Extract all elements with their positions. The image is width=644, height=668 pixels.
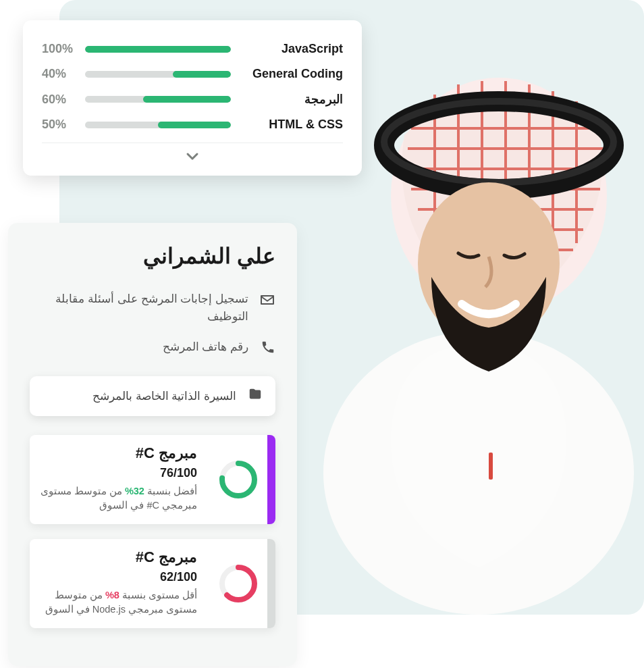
score-accent-stripe <box>267 435 275 524</box>
score-title: مبرمج C# <box>30 444 197 462</box>
candidate-resume-label: السيرة الذاتية الخاصة بالمرشح <box>92 389 236 403</box>
expand-skills-button[interactable] <box>181 147 204 166</box>
skill-row: 60% البرمجة <box>42 86 343 112</box>
score-value: 62/100 <box>30 570 197 584</box>
skill-percent: 100% <box>42 42 73 56</box>
score-ring <box>209 539 267 628</box>
assessment-score-card[interactable]: مبرمج C# 62/100 أقل مستوى بنسبة 8% من مت… <box>30 539 275 628</box>
score-ring <box>209 435 267 524</box>
skill-row: 50% HTML & CSS <box>42 112 343 137</box>
score-comparison-note: أقل مستوى بنسبة 8% من متوسط مستوى مبرمجي… <box>30 588 197 618</box>
chevron-down-icon <box>184 149 200 165</box>
skill-row: 100% JavaScript <box>42 36 343 61</box>
skill-label: HTML & CSS <box>243 118 343 132</box>
skills-card: 100% JavaScript 40% General Coding 60% ا… <box>23 20 362 176</box>
candidate-email-label: تسجيل إجابات المرشح على أسئلة مقابلة الت… <box>30 290 248 325</box>
folder-icon <box>247 387 263 405</box>
score-accent-stripe <box>267 539 275 628</box>
candidate-phone-label: رقم هاتف المرشح <box>30 338 248 356</box>
skill-row: 40% General Coding <box>42 61 343 86</box>
skill-progress-bar <box>85 46 231 53</box>
mail-icon <box>259 292 275 313</box>
skills-expand-row <box>42 143 343 166</box>
skill-progress-bar <box>85 96 231 103</box>
skill-label: JavaScript <box>243 42 343 56</box>
svg-rect-5 <box>489 453 493 480</box>
candidate-name: علي الشمراني <box>30 243 275 269</box>
candidate-phone-row[interactable]: رقم هاتف المرشح <box>30 332 275 367</box>
score-value: 76/100 <box>30 466 197 480</box>
assessment-score-card[interactable]: مبرمج C# 76/100 أفضل بنسبة 32% من متوسط … <box>30 435 275 524</box>
candidate-resume-chip[interactable]: السيرة الذاتية الخاصة بالمرشح <box>30 376 275 416</box>
candidate-profile-panel: علي الشمراني تسجيل إجابات المرشح على أسئ… <box>8 223 297 666</box>
skill-progress-bar <box>85 71 231 78</box>
skill-label: General Coding <box>243 67 343 81</box>
candidate-email-row[interactable]: تسجيل إجابات المرشح على أسئلة مقابلة الت… <box>30 284 275 332</box>
skill-percent: 50% <box>42 118 73 132</box>
skill-label: البرمجة <box>243 92 343 107</box>
phone-icon <box>259 340 275 360</box>
score-title: مبرمج C# <box>30 548 197 566</box>
score-comparison-note: أفضل بنسبة 32% من متوسط مستوى مبرمجي C# … <box>30 484 197 514</box>
skill-percent: 40% <box>42 67 73 81</box>
skill-percent: 60% <box>42 93 73 107</box>
skill-progress-bar <box>85 122 231 128</box>
